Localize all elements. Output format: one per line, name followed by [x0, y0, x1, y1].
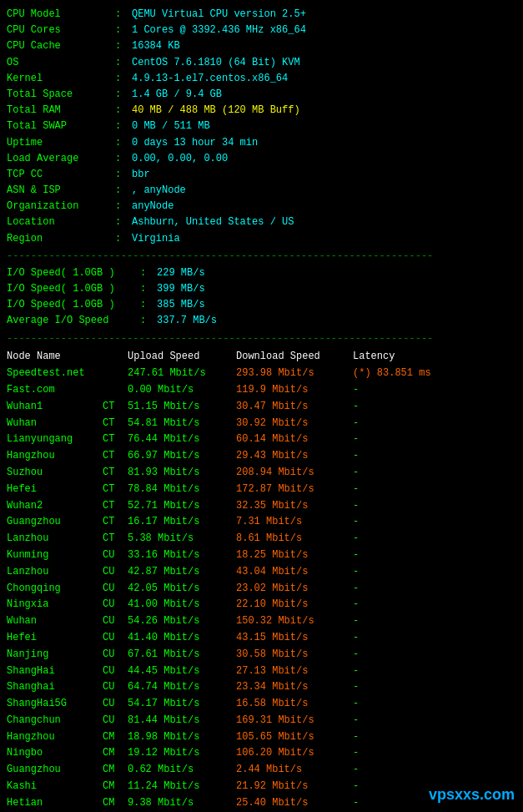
- label-location: Location: [7, 214, 115, 230]
- table-row: Ningxia CU 41.00 Mbit/s 22.10 Mbit/s -: [7, 597, 516, 613]
- node-lanzhou-cu: Lanzhou: [7, 564, 103, 581]
- colon-total-swap: :: [115, 119, 132, 134]
- value-asn-isp: , anyNode: [132, 183, 186, 199]
- upload-speedtest: 247.61 Mbit/s: [128, 366, 236, 382]
- carrier-hangzhou-cm: CM: [103, 729, 128, 746]
- table-row: Speedtest.net 247.61 Mbit/s 293.98 Mbit/…: [7, 366, 516, 382]
- divider-1: ----------------------------------------…: [7, 250, 516, 262]
- latency-lanzhou-ct: -: [353, 531, 359, 547]
- upload-wuhan2: 52.71 Mbit/s: [128, 498, 236, 515]
- upload-hetian: 9.38 Mbit/s: [128, 795, 236, 812]
- header-node-name: Node Name: [7, 348, 103, 366]
- table-row: Shanghai CU 64.74 Mbit/s 23.34 Mbit/s -: [7, 679, 516, 696]
- download-shanghai5g: 16.58 Mbit/s: [236, 696, 353, 713]
- carrier-suzhou: CT: [103, 465, 128, 482]
- download-guangzhou-ct: 7.31 Mbit/s: [236, 514, 353, 531]
- table-row: Lanzhou CU 42.87 Mbit/s 43.04 Mbit/s -: [7, 564, 516, 581]
- download-hangzhou-ct: 29.43 Mbit/s: [236, 448, 353, 465]
- latency-kunming: -: [353, 547, 359, 564]
- download-ningbo: 106.20 Mbit/s: [236, 745, 353, 762]
- upload-wuhan-ct: 54.81 Mbit/s: [128, 416, 236, 432]
- colon-os: :: [115, 55, 132, 71]
- upload-kashi: 11.24 Mbit/s: [128, 779, 236, 795]
- value-tcp-cc: bbr: [132, 167, 150, 183]
- io-label-2: I/O Speed( 1.0GB ): [7, 281, 140, 297]
- io-row-avg: Average I/O Speed : 337.7 MB/s: [7, 313, 516, 329]
- table-row: Lianyungang CT 76.44 Mbit/s 60.14 Mbit/s…: [7, 431, 516, 448]
- node-shanghai5g: ShangHai5G: [7, 696, 103, 713]
- latency-shanghai-cu: -: [353, 663, 359, 680]
- latency-hetian: -: [353, 795, 359, 812]
- carrier-ningbo: CM: [103, 745, 128, 762]
- info-row-os: OS : CentOS 7.6.1810 (64 Bit) KVM: [7, 55, 516, 71]
- latency-ningxia: -: [353, 597, 359, 613]
- latency-suzhou: -: [353, 465, 359, 482]
- divider-2: ----------------------------------------…: [7, 333, 516, 345]
- label-total-ram: Total RAM: [7, 103, 115, 119]
- table-row: Suzhou CT 81.93 Mbit/s 208.94 Mbit/s -: [7, 465, 516, 482]
- node-ningbo: Ningbo: [7, 745, 103, 762]
- io-label-1: I/O Speed( 1.0GB ): [7, 265, 140, 281]
- node-guangzhou-cm: Guangzhou: [7, 762, 103, 779]
- node-fastcom: Fast.com: [7, 382, 103, 399]
- node-wuhan1: Wuhan1: [7, 399, 103, 416]
- latency-ningbo: -: [353, 745, 359, 762]
- colon-load-average: :: [115, 151, 132, 167]
- carrier-wuhan-ct: CT: [103, 416, 128, 432]
- colon-total-ram: :: [115, 103, 132, 119]
- value-uptime: 0 days 13 hour 34 min: [132, 135, 258, 151]
- latency-wuhan-ct: -: [353, 416, 359, 432]
- label-total-swap: Total SWAP: [7, 119, 115, 134]
- node-kunming: Kunming: [7, 547, 103, 564]
- carrier-speedtest: [103, 366, 128, 382]
- label-load-average: Load Average: [7, 151, 115, 167]
- latency-kashi: -: [353, 779, 359, 795]
- upload-ningxia: 41.00 Mbit/s: [128, 597, 236, 613]
- node-wuhan-ct: Wuhan: [7, 416, 103, 432]
- upload-hangzhou-cm: 18.98 Mbit/s: [128, 729, 236, 746]
- upload-chongqing: 42.05 Mbit/s: [128, 581, 236, 598]
- info-row-total-space: Total Space : 1.4 GB / 9.4 GB: [7, 87, 516, 103]
- info-row-cpu-model: CPU Model : QEMU Virtual CPU version 2.5…: [7, 7, 516, 23]
- io-row-2: I/O Speed( 1.0GB ) : 399 MB/s: [7, 281, 516, 297]
- colon-tcp-cc: :: [115, 167, 132, 183]
- colon-asn-isp: :: [115, 183, 132, 199]
- info-row-uptime: Uptime : 0 days 13 hour 34 min: [7, 135, 516, 151]
- header-latency: Latency: [353, 348, 395, 366]
- upload-guangzhou-ct: 16.17 Mbit/s: [128, 514, 236, 531]
- info-row-location: Location : Ashburn, United States / US: [7, 214, 516, 230]
- carrier-nanjing: CU: [103, 647, 128, 663]
- download-hefei-ct: 172.87 Mbit/s: [236, 482, 353, 498]
- watermark: vpsxxs.com: [429, 786, 515, 804]
- upload-shanghai5g: 54.17 Mbit/s: [128, 696, 236, 713]
- node-hangzhou-cm: Hangzhou: [7, 729, 103, 746]
- latency-hangzhou-ct: -: [353, 448, 359, 465]
- carrier-lanzhou-ct: CT: [103, 531, 128, 547]
- value-kernel: 4.9.13-1.el7.centos.x86_64: [132, 71, 288, 87]
- upload-hefei-ct: 78.84 Mbit/s: [128, 482, 236, 498]
- latency-wuhan1: -: [353, 399, 359, 416]
- carrier-hangzhou-ct: CT: [103, 448, 128, 465]
- label-tcp-cc: TCP CC: [7, 167, 115, 183]
- info-row-total-ram: Total RAM : 40 MB / 488 MB (120 MB Buff): [7, 103, 516, 119]
- download-speedtest: 293.98 Mbit/s: [236, 366, 353, 382]
- upload-hefei-cu: 41.40 Mbit/s: [128, 630, 236, 647]
- node-ningxia: Ningxia: [7, 597, 103, 613]
- io-colon-1: :: [140, 265, 157, 281]
- table-row: ShangHai CU 44.45 Mbit/s 27.13 Mbit/s -: [7, 663, 516, 680]
- header-upload-speed: Upload Speed: [128, 348, 236, 366]
- carrier-guangzhou-cm: CM: [103, 762, 128, 779]
- upload-guangzhou-cm: 0.62 Mbit/s: [128, 762, 236, 779]
- node-kashi: Kashi: [7, 779, 103, 795]
- value-organization: anyNode: [132, 199, 173, 214]
- table-row: Changchun CU 81.44 Mbit/s 169.31 Mbit/s …: [7, 713, 516, 729]
- node-wuhan2: Wuhan2: [7, 498, 103, 515]
- latency-changchun: -: [353, 713, 359, 729]
- latency-lanzhou-cu: -: [353, 564, 359, 581]
- latency-wuhan-cu: -: [353, 613, 359, 630]
- label-kernel: Kernel: [7, 71, 115, 87]
- label-cpu-cache: CPU Cache: [7, 38, 115, 54]
- table-row: ShangHai5G CU 54.17 Mbit/s 16.58 Mbit/s …: [7, 696, 516, 713]
- upload-lianyungang: 76.44 Mbit/s: [128, 431, 236, 448]
- table-row: Wuhan1 CT 51.15 Mbit/s 30.47 Mbit/s -: [7, 399, 516, 416]
